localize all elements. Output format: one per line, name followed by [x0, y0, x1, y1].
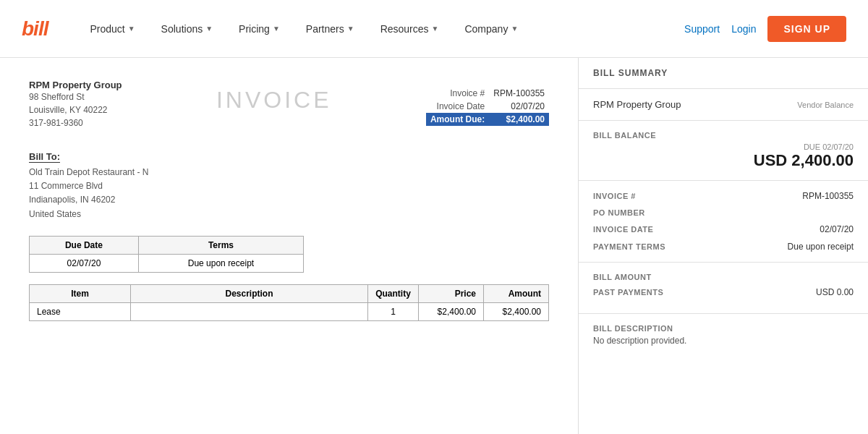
summary-description: BILL DESCRIPTION No description provided… — [579, 314, 868, 356]
quantity-header: Quantity — [368, 284, 419, 302]
nav-solutions-label: Solutions — [161, 23, 203, 35]
main-area: RPM Property Group 98 Shefford St Louisv… — [0, 58, 868, 434]
nav-links: Product ▼ Solutions ▼ Pricing ▼ Partners… — [77, 0, 684, 58]
line-item-description — [131, 302, 368, 320]
invoice-date-value: 02/07/20 — [489, 100, 549, 113]
invoice-number-field-label: INVOICE # — [593, 192, 636, 200]
invoice-number-value: RPM-100355 — [489, 87, 549, 100]
nav-product-label: Product — [90, 23, 124, 35]
terms-table: Due Date Terms 02/07/20 Due upon receipt — [29, 236, 304, 273]
amount-due-label: Amount Due: — [426, 113, 489, 126]
invoice-meta: Invoice # RPM-100355 Invoice Date 02/07/… — [426, 87, 549, 126]
signup-button[interactable]: SIGN UP — [767, 16, 846, 42]
description-header: Description — [131, 284, 368, 302]
past-payments-row: PAST PAYMENTS USD 0.00 — [593, 287, 854, 297]
summary-balance-section: BILL BALANCE DUE 02/07/20 USD 2,400.00 — [579, 121, 868, 181]
chevron-down-icon: ▼ — [128, 25, 135, 33]
invoice-number-label: Invoice # — [426, 87, 489, 100]
summary-vendor-row: RPM Property Group Vendor Balance — [579, 89, 868, 121]
payment-terms-row: PAYMENT TERMS Due upon receipt — [593, 242, 854, 252]
nav-partners-label: Partners — [306, 23, 344, 35]
bill-to-address2: Indianapolis, IN 46202 — [29, 193, 549, 207]
nav-item-product[interactable]: Product ▼ — [77, 0, 148, 58]
nav-pricing-label: Pricing — [239, 23, 270, 35]
chevron-down-icon: ▼ — [347, 25, 354, 33]
bill-description-value: No description provided. — [593, 336, 854, 346]
bill-to-name: Old Train Depot Restaurant - N — [29, 166, 549, 179]
bill-summary-panel: BILL SUMMARY RPM Property Group Vendor B… — [579, 58, 868, 434]
terms-value: Due upon receipt — [138, 254, 303, 272]
logo-text: bill — [22, 17, 48, 40]
line-item-name: Lease — [30, 302, 131, 320]
bill-balance-label: BILL BALANCE — [593, 131, 854, 140]
due-date-label: DUE 02/07/20 — [754, 142, 854, 151]
po-number-row: PO NUMBER — [593, 208, 854, 217]
nav-item-company[interactable]: Company ▼ — [451, 0, 531, 58]
nav-company-label: Company — [464, 23, 508, 35]
price-header: Price — [419, 284, 484, 302]
bill-to-section: Bill To: Old Train Depot Restaurant - N … — [29, 151, 549, 221]
bill-amount-label: BILL AMOUNT — [593, 273, 652, 281]
logo[interactable]: bill — [22, 17, 48, 41]
invoice-date-field-label: INVOICE DATE — [593, 225, 653, 234]
company-address-1: 98 Shefford St — [29, 90, 122, 103]
bill-to-address1: 11 Commerce Blvd — [29, 179, 549, 193]
payment-terms-field-label: PAYMENT TERMS — [593, 242, 665, 251]
bill-to-country: United States — [29, 208, 549, 221]
vendor-name: RPM Property Group — [593, 99, 681, 110]
line-item-quantity: 1 — [368, 302, 419, 320]
nav-right: Support Login SIGN UP — [684, 16, 846, 42]
bill-description-label: BILL DESCRIPTION — [593, 324, 854, 333]
support-link[interactable]: Support — [684, 23, 720, 35]
summary-header: BILL SUMMARY — [579, 58, 868, 89]
terms-header: Terms — [138, 236, 303, 254]
amount-header: Amount — [484, 284, 549, 302]
line-item-price: $2,400.00 — [419, 302, 484, 320]
chevron-down-icon: ▼ — [205, 25, 213, 33]
balance-amount: USD 2,400.00 — [754, 151, 854, 170]
chevron-down-icon: ▼ — [432, 25, 439, 33]
invoice-number-field-value: RPM-100355 — [802, 191, 854, 201]
summary-amounts: BILL AMOUNT PAST PAYMENTS USD 0.00 — [579, 263, 868, 314]
line-item-amount: $2,400.00 — [484, 302, 549, 320]
nav-item-resources[interactable]: Resources ▼ — [367, 0, 452, 58]
summary-fields: INVOICE # RPM-100355 PO NUMBER INVOICE D… — [579, 181, 868, 263]
chevron-down-icon: ▼ — [511, 25, 518, 33]
company-address-2: Louisville, KY 40222 — [29, 103, 122, 116]
amount-due-value: $2,400.00 — [489, 113, 549, 126]
invoice-date-label: Invoice Date — [426, 100, 489, 113]
company-info: RPM Property Group 98 Shefford St Louisv… — [29, 80, 122, 129]
invoice-date-row: INVOICE DATE 02/07/20 — [593, 224, 854, 234]
navbar: bill Product ▼ Solutions ▼ Pricing ▼ Par… — [0, 0, 868, 58]
due-date-header: Due Date — [30, 236, 139, 254]
invoice-date-field-value: 02/07/20 — [820, 224, 854, 234]
company-phone: 317-981-9360 — [29, 116, 122, 129]
invoice-panel: RPM Property Group 98 Shefford St Louisv… — [0, 58, 579, 434]
invoice-meta-table: Invoice # RPM-100355 Invoice Date 02/07/… — [426, 87, 549, 126]
invoice-title: INVOICE — [122, 87, 426, 114]
table-row: Lease 1 $2,400.00 $2,400.00 — [30, 302, 549, 320]
login-link[interactable]: Login — [731, 23, 756, 35]
item-header: Item — [30, 284, 131, 302]
past-payments-value: USD 0.00 — [816, 287, 854, 297]
bill-amount-row: BILL AMOUNT — [593, 273, 854, 281]
nav-resources-label: Resources — [380, 23, 429, 35]
bill-to-label: Bill To: — [29, 151, 60, 163]
nav-item-pricing[interactable]: Pricing ▼ — [226, 0, 293, 58]
line-items-table: Item Description Quantity Price Amount L… — [29, 284, 549, 321]
due-date-value: 02/07/20 — [30, 254, 139, 272]
invoice-number-row: INVOICE # RPM-100355 — [593, 191, 854, 201]
nav-item-solutions[interactable]: Solutions ▼ — [148, 0, 226, 58]
invoice-header-row: RPM Property Group 98 Shefford St Louisv… — [29, 80, 549, 137]
company-name: RPM Property Group — [29, 80, 122, 90]
past-payments-label: PAST PAYMENTS — [593, 288, 663, 297]
payment-terms-field-value: Due upon receipt — [788, 242, 854, 252]
nav-item-partners[interactable]: Partners ▼ — [293, 0, 367, 58]
chevron-down-icon: ▼ — [273, 25, 280, 33]
vendor-balance-label: Vendor Balance — [797, 101, 854, 109]
po-number-field-label: PO NUMBER — [593, 208, 645, 217]
balance-due-row: DUE 02/07/20 USD 2,400.00 — [593, 142, 854, 170]
